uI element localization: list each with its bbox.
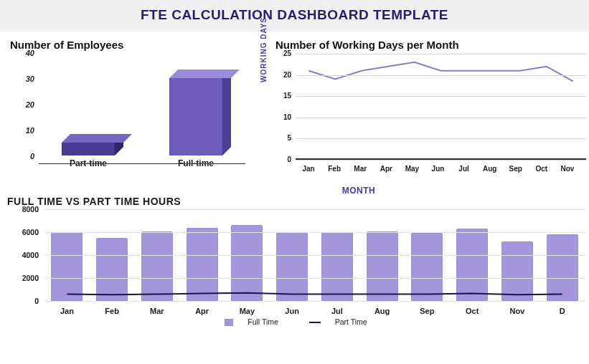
xtick: Sep xyxy=(420,307,434,315)
ytick: 4000 xyxy=(7,251,39,259)
gridline xyxy=(44,278,585,279)
xtick: Nov xyxy=(509,307,524,315)
ytick: 0 xyxy=(9,152,34,161)
gridline xyxy=(44,232,585,233)
chart-axis-line xyxy=(39,163,245,164)
ytick: 20 xyxy=(271,71,291,79)
xtick: Jul xyxy=(458,165,468,173)
gridline xyxy=(44,301,585,302)
working-days-title: Number of Working Days per Month xyxy=(275,39,586,51)
dashboard-header: FTE CALCULATION DASHBOARD TEMPLATE xyxy=(0,0,589,32)
hours-legend: Full Time Part Time xyxy=(7,317,585,326)
xtick: Jun xyxy=(285,307,299,315)
employees-title: Number of Employees xyxy=(10,39,261,51)
gridline xyxy=(296,75,586,76)
ytick: 10 xyxy=(271,113,291,121)
legend-part: Part Time xyxy=(335,317,367,326)
ytick: 30 xyxy=(9,75,34,83)
xtick: Sep xyxy=(509,165,522,173)
xtick: Apr xyxy=(195,307,209,315)
ytick: 5 xyxy=(271,134,291,142)
gridline xyxy=(44,255,585,256)
ytick: 0 xyxy=(271,155,291,163)
xtick: Jan xyxy=(60,307,74,315)
xtick: D xyxy=(560,307,565,315)
ytick: 40 xyxy=(9,49,34,57)
xtick: Mar xyxy=(150,307,164,315)
ytick: 6000 xyxy=(7,228,39,236)
working-days-xlabel: MONTH xyxy=(215,186,502,196)
ytick: 20 xyxy=(9,100,34,109)
employees-chart: Number of Employees 010203040 Part-timeF… xyxy=(3,34,261,171)
xtick: Jul xyxy=(331,307,343,315)
hours-line-part xyxy=(67,293,562,294)
ytick: 25 xyxy=(271,49,291,57)
xtick: Mar xyxy=(354,165,367,173)
page-title: FTE CALCULATION DASHBOARD TEMPLATE xyxy=(0,7,589,23)
ytick: 2000 xyxy=(7,274,39,282)
working-days-ylabel: WORKING DAYS xyxy=(260,17,268,82)
xtick: Feb xyxy=(105,307,119,315)
xtick: Apr xyxy=(380,165,392,173)
working-days-line xyxy=(308,62,572,82)
gridline xyxy=(296,118,586,118)
gridline xyxy=(296,160,586,161)
hours-chart: JanFebMarAprMayJunJulAugSepOctNovD 02000… xyxy=(7,209,585,315)
ytick: 0 xyxy=(7,297,39,305)
xtick: Oct xyxy=(466,307,479,315)
ytick: 10 xyxy=(9,126,34,135)
ytick: 8000 xyxy=(7,205,39,214)
gridline xyxy=(44,209,585,210)
xtick: Oct xyxy=(536,165,548,173)
xtick: Nov xyxy=(561,165,575,173)
xtick: Jun xyxy=(432,165,445,173)
xtick: May xyxy=(240,307,255,315)
xtick: Feb xyxy=(328,165,341,173)
working-days-chart: Number of Working Days per Month WORKING… xyxy=(261,34,586,181)
xtick: Jan xyxy=(302,165,314,173)
legend-full: Full Time xyxy=(248,317,278,326)
xtick: May xyxy=(405,165,419,173)
xtick: Aug xyxy=(374,307,390,315)
gridline xyxy=(296,138,586,139)
xtick: Aug xyxy=(483,165,496,173)
gridline xyxy=(296,54,586,54)
hours-title: FULL TIME VS PART TIME HOURS xyxy=(7,196,585,207)
ytick: 15 xyxy=(271,92,291,100)
gridline xyxy=(296,96,586,97)
